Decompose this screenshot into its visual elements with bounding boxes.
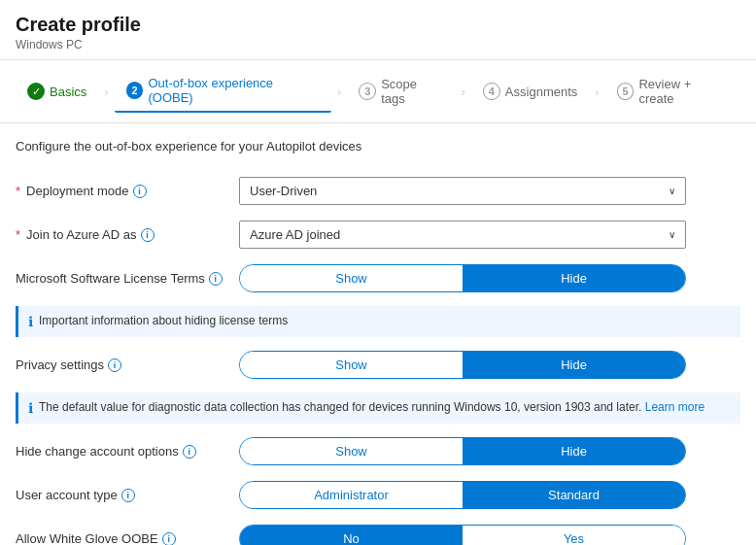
toggle-white-glove: No Yes xyxy=(239,525,686,545)
info-icon-deployment[interactable]: i xyxy=(133,185,147,198)
tab-scope-number: 3 xyxy=(359,83,376,100)
tab-divider-3: › xyxy=(462,85,465,99)
label-text-license: Microsoft Software License Terms xyxy=(16,271,205,286)
label-privacy-settings: Privacy settings i xyxy=(16,358,239,372)
dropdown-deployment-mode[interactable]: User-Driven ∨ xyxy=(239,177,686,205)
control-deployment-mode: User-Driven ∨ xyxy=(239,177,740,205)
tab-oobe-label: Out-of-box experience (OOBE) xyxy=(148,76,320,105)
tab-basics[interactable]: ✓ Basics xyxy=(16,77,98,106)
tab-scope-label: Scope tags xyxy=(381,77,443,106)
control-license-terms: Show Hide xyxy=(239,264,740,292)
tab-oobe[interactable]: 2 Out-of-box experience (OOBE) xyxy=(115,70,331,113)
dropdown-deployment-arrow: ∨ xyxy=(669,186,675,196)
banner-diagnostic-info: ℹ The default value for diagnostic data … xyxy=(16,392,740,424)
toggle-privacy-hide[interactable]: Hide xyxy=(463,352,685,378)
info-icon-privacy[interactable]: i xyxy=(108,358,121,372)
label-license-terms: Microsoft Software License Terms i xyxy=(16,271,239,286)
tab-oobe-number: 2 xyxy=(126,82,144,99)
required-star-deployment: * xyxy=(16,184,20,198)
wizard-tabs: ✓ Basics › 2 Out-of-box experience (OOBE… xyxy=(0,60,756,123)
control-user-account-type: Administrator Standard xyxy=(239,481,740,509)
row-allow-white-glove: Allow White Glove OOBE i No Yes xyxy=(16,517,740,545)
page-header: Create profile Windows PC xyxy=(0,0,756,60)
label-deployment-mode: * Deployment mode i xyxy=(16,184,239,198)
dropdown-deployment-value: User-Driven xyxy=(250,184,317,198)
toggle-privacy-show[interactable]: Show xyxy=(240,352,463,378)
section-description: Configure the out-of-box experience for … xyxy=(16,139,740,153)
label-text-privacy: Privacy settings xyxy=(16,358,104,372)
control-allow-white-glove: No Yes xyxy=(239,525,740,545)
info-icon-azure[interactable]: i xyxy=(141,228,155,242)
row-privacy-settings: Privacy settings i Show Hide xyxy=(16,343,740,387)
control-hide-change-account: Show Hide xyxy=(239,437,740,465)
control-join-azure-ad: Azure AD joined ∨ xyxy=(239,221,740,249)
tab-scope[interactable]: 3 Scope tags xyxy=(347,71,455,112)
main-content: Configure the out-of-box experience for … xyxy=(0,123,756,545)
toggle-hide-account: Show Hide xyxy=(239,437,686,465)
toggle-hide-account-hide[interactable]: Hide xyxy=(463,438,685,464)
toggle-privacy: Show Hide xyxy=(239,351,686,379)
tab-assignments[interactable]: 4 Assignments xyxy=(471,77,589,106)
banner-license-info: ℹ Important information about hiding lic… xyxy=(16,306,740,337)
label-hide-change-account: Hide change account options i xyxy=(16,444,239,459)
toggle-user-account-standard[interactable]: Standard xyxy=(463,482,685,508)
info-icon-white-glove[interactable]: i xyxy=(162,532,176,546)
label-allow-white-glove: Allow White Glove OOBE i xyxy=(16,531,239,545)
page-subtitle: Windows PC xyxy=(16,38,740,51)
tab-assignments-label: Assignments xyxy=(505,85,577,99)
toggle-user-account: Administrator Standard xyxy=(239,481,686,509)
control-privacy-settings: Show Hide xyxy=(239,351,740,379)
label-user-account-type: User account type i xyxy=(16,488,239,502)
row-user-account-type: User account type i Administrator Standa… xyxy=(16,473,740,517)
tab-assignments-number: 4 xyxy=(483,83,500,100)
dropdown-azure-value: Azure AD joined xyxy=(250,227,340,242)
toggle-license-hide[interactable]: Hide xyxy=(463,265,685,291)
required-star-azure: * xyxy=(16,227,20,242)
toggle-license-terms: Show Hide xyxy=(239,264,686,292)
label-text-hide-account: Hide change account options xyxy=(16,444,179,459)
label-text-deployment: Deployment mode xyxy=(26,184,129,198)
banner-info-icon-2: ℹ xyxy=(28,400,33,416)
row-license-terms: Microsoft Software License Terms i Show … xyxy=(16,256,740,300)
toggle-user-account-admin[interactable]: Administrator xyxy=(240,482,463,508)
label-text-azure: Join to Azure AD as xyxy=(26,227,136,242)
tab-review-label: Review + create xyxy=(638,77,729,106)
row-deployment-mode: * Deployment mode i User-Driven ∨ xyxy=(16,169,740,213)
toggle-hide-account-show[interactable]: Show xyxy=(240,438,463,464)
tab-divider-1: › xyxy=(104,85,108,99)
tab-basics-label: Basics xyxy=(50,85,86,99)
row-hide-change-account: Hide change account options i Show Hide xyxy=(16,429,740,473)
banner-license-text: Important information about hiding licen… xyxy=(39,314,288,327)
info-icon-hide-account[interactable]: i xyxy=(183,445,196,459)
label-text-user-account: User account type xyxy=(16,488,118,502)
info-icon-license[interactable]: i xyxy=(209,272,223,286)
check-icon-basics: ✓ xyxy=(27,83,45,100)
page-container: Create profile Windows PC ✓ Basics › 2 O… xyxy=(0,0,756,545)
toggle-white-glove-no[interactable]: No xyxy=(240,526,463,545)
learn-more-link[interactable]: Learn more xyxy=(645,400,704,414)
toggle-license-show[interactable]: Show xyxy=(240,265,463,291)
info-icon-user-account[interactable]: i xyxy=(121,489,135,502)
row-join-azure-ad: * Join to Azure AD as i Azure AD joined … xyxy=(16,213,740,256)
tab-review[interactable]: 5 Review + create xyxy=(605,71,740,112)
dropdown-join-azure[interactable]: Azure AD joined ∨ xyxy=(239,221,686,249)
tab-divider-4: › xyxy=(595,85,599,99)
tab-divider-2: › xyxy=(337,85,341,99)
page-title: Create profile xyxy=(16,14,740,36)
banner-info-icon-1: ℹ xyxy=(28,314,33,329)
label-text-white-glove: Allow White Glove OOBE xyxy=(16,531,158,545)
banner-diagnostic-text: The default value for diagnostic data co… xyxy=(39,400,704,414)
toggle-white-glove-yes[interactable]: Yes xyxy=(463,526,685,545)
label-join-azure-ad: * Join to Azure AD as i xyxy=(16,227,239,242)
dropdown-azure-arrow: ∨ xyxy=(669,229,675,240)
tab-review-number: 5 xyxy=(617,83,635,100)
